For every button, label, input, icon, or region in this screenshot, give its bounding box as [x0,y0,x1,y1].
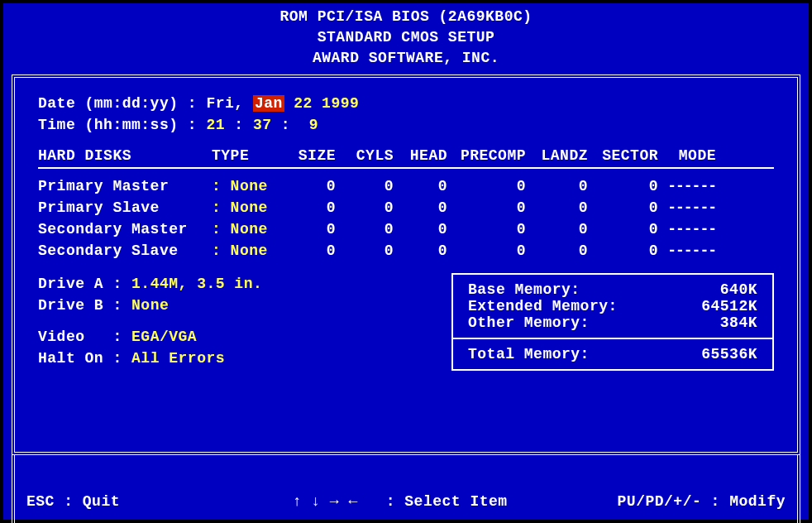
header-line1: ROM PCI/ISA BIOS (2A69KB0C) [12,7,800,27]
disk-size: 0 [278,175,336,197]
disk-cyls: 0 [336,175,394,197]
disk-head: 0 [394,218,447,240]
memory-divider [453,338,772,339]
key-arrows-select[interactable]: ↑ ↓ → ← : Select Item [293,493,517,510]
drive-a-label: Drive A [38,276,103,292]
disk-name: Primary Master [38,175,212,197]
col-sector: SECTOR [588,147,658,164]
total-mem-label: Total Memory: [468,346,590,362]
video-value[interactable]: EGA/VGA [131,329,197,345]
disk-head: 0 [394,197,447,218]
disk-landz: 0 [526,218,588,240]
disk-landz: 0 [526,197,588,218]
col-mode: MODE [658,147,716,164]
header-line2: STANDARD CMOS SETUP [12,27,800,48]
date-dow: Fri, [206,95,243,112]
disk-precomp: 0 [447,175,526,197]
disk-sector: 0 [588,240,658,262]
disk-mode: ------ [658,175,716,197]
total-mem-value: 65536K [701,346,757,362]
table-divider [38,167,774,169]
date-label: Date (mm:dd:yy) [38,95,179,112]
date-row: Date (mm:dd:yy) : Fri, Jan 22 1999 [38,93,774,114]
disk-sector: 0 [588,197,658,218]
disk-cyls: 0 [336,218,394,240]
key-pupd-modify[interactable]: PU/PD/+/- : Modify [618,493,786,510]
video-label: Video [38,329,85,345]
col-head: HEAD [394,147,447,164]
disk-name: Primary Slave [38,197,212,218]
disk-head: 0 [394,175,447,197]
disk-landz: 0 [526,240,588,262]
disk-type-field[interactable]: : None [212,218,278,240]
bios-screen: ROM PCI/ISA BIOS (2A69KB0C) STANDARD CMO… [0,0,812,523]
drive-b-value[interactable]: None [131,297,169,314]
disk-cyls: 0 [336,240,394,262]
col-landz: LANDZ [526,147,588,164]
disk-head: 0 [394,240,447,262]
disk-type-field[interactable]: : None [212,240,278,262]
disk-type-field[interactable]: : None [212,197,278,218]
disk-name: Secondary Slave [38,240,212,262]
other-mem-value: 384K [720,314,757,331]
disk-row-3: Secondary Slave: None000000------ [38,240,774,262]
disk-mode: ------ [658,240,716,262]
time-hh-field[interactable]: 21 [206,117,225,133]
disk-name: Secondary Master [38,218,212,240]
disk-row-0: Primary Master: None000000------ [38,175,774,197]
disk-size: 0 [278,218,336,240]
disk-mode: ------ [658,218,716,240]
drive-b-label: Drive B [38,297,103,314]
main-panel: Date (mm:dd:yy) : Fri, Jan 22 1999 Time … [12,74,800,455]
date-month-field[interactable]: Jan [253,95,284,112]
time-ss-field[interactable]: 9 [309,117,318,133]
base-mem-label: Base Memory: [468,281,580,298]
base-mem-value: 640K [720,281,757,298]
disk-row-1: Primary Slave: None000000------ [38,197,774,218]
disk-size: 0 [278,197,336,218]
disk-sector: 0 [588,218,658,240]
disk-sector: 0 [588,175,658,197]
time-row: Time (hh:mm:ss) : 21 : 37 : 9 [38,114,774,136]
disk-landz: 0 [526,175,588,197]
ext-mem-value: 64512K [701,298,757,314]
header-line3: AWARD SOFTWARE, INC. [12,48,800,69]
col-type: TYPE [212,147,278,164]
col-hard-disks: HARD DISKS [38,147,212,164]
disk-table-body: Primary Master: None000000------Primary … [38,175,774,262]
disk-size: 0 [278,240,336,262]
disk-mode: ------ [658,197,716,218]
time-label: Time (hh:mm:ss) [38,117,179,133]
drive-a-value[interactable]: 1.44M, 3.5 in. [131,276,262,292]
footer-help-bar: ESC : Quit F1 : Help ↑ ↓ → ← : Select It… [12,455,800,523]
time-mm-field[interactable]: 37 [253,117,272,133]
disk-precomp: 0 [447,197,526,218]
settings-block: Drive A : 1.44M, 3.5 in. Drive B : None … [38,273,451,371]
other-mem-label: Other Memory: [468,314,590,331]
col-size: SIZE [278,147,336,164]
disk-precomp: 0 [447,240,526,262]
disk-table-header: HARD DISKS TYPE SIZE CYLS HEAD PRECOMP L… [38,147,774,164]
col-cyls: CYLS [336,147,394,164]
disk-row-2: Secondary Master: None000000------ [38,218,774,240]
halt-label: Halt On [38,350,103,367]
disk-cyls: 0 [336,197,394,218]
memory-box: Base Memory:640K Extended Memory:64512K … [451,273,774,371]
date-year-field[interactable]: 1999 [322,95,359,112]
date-day-field[interactable]: 22 [294,95,313,112]
halt-value[interactable]: All Errors [131,350,225,367]
col-precomp: PRECOMP [447,147,526,164]
disk-type-field[interactable]: : None [212,175,278,197]
bios-header: ROM PCI/ISA BIOS (2A69KB0C) STANDARD CMO… [12,7,800,70]
key-esc-quit[interactable]: ESC : Quit [26,493,192,510]
ext-mem-label: Extended Memory: [468,298,618,314]
disk-precomp: 0 [447,218,526,240]
